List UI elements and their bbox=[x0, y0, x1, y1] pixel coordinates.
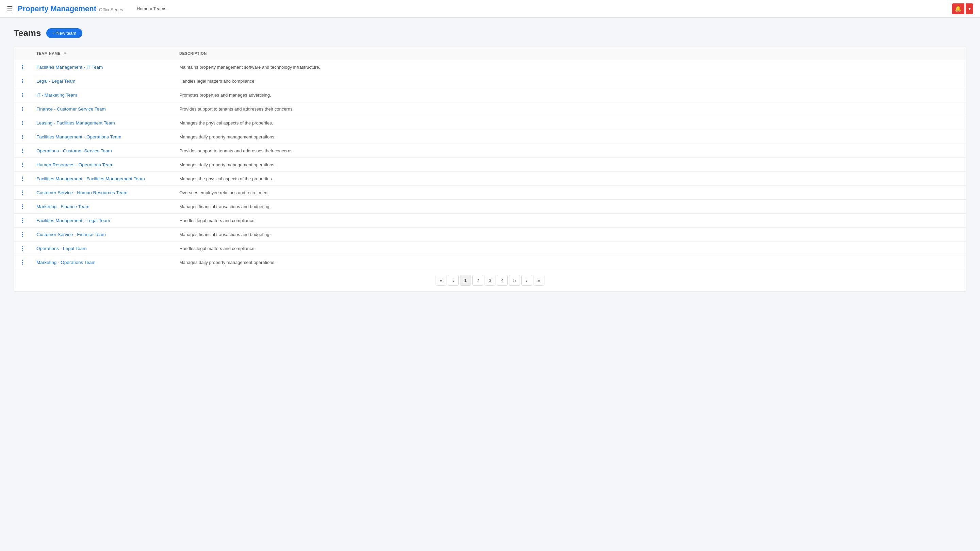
row-team-name-cell: Marketing - Finance Team bbox=[31, 200, 174, 214]
description-text: Handles legal matters and compliance. bbox=[179, 246, 256, 251]
row-description-cell: Handles legal matters and compliance. bbox=[174, 241, 966, 256]
table-row: Operations - Customer Service TeamProvid… bbox=[14, 144, 966, 158]
pagination-last[interactable]: » bbox=[533, 275, 544, 286]
table-row: Facilities Management - Operations TeamM… bbox=[14, 130, 966, 144]
row-team-name-cell: Customer Service - Human Resources Team bbox=[31, 186, 174, 200]
table-row: IT - Marketing TeamPromotes properties a… bbox=[14, 88, 966, 102]
row-actions-cell bbox=[14, 186, 31, 200]
new-team-button[interactable]: + New team bbox=[46, 28, 82, 38]
breadcrumb-home[interactable]: Home bbox=[137, 6, 149, 11]
row-actions-cell bbox=[14, 241, 31, 256]
row-actions-cell bbox=[14, 227, 31, 241]
table-row: Finance - Customer Service TeamProvides … bbox=[14, 102, 966, 116]
hamburger-icon[interactable]: ☰ bbox=[7, 5, 13, 13]
row-menu-icon[interactable] bbox=[19, 121, 25, 125]
row-team-name-cell: Leasing - Facilities Management Team bbox=[31, 116, 174, 130]
bell-button[interactable]: 🔔 bbox=[952, 3, 964, 14]
description-text: Manages financial transactions and budge… bbox=[179, 232, 270, 237]
row-menu-icon[interactable] bbox=[19, 218, 25, 223]
team-name-link[interactable]: Leasing - Facilities Management Team bbox=[37, 121, 115, 125]
table-row: Customer Service - Finance TeamManages f… bbox=[14, 227, 966, 241]
table-row: Operations - Legal TeamHandles legal mat… bbox=[14, 241, 966, 256]
navbar-dropdown-button[interactable]: ▼ bbox=[966, 3, 973, 14]
row-menu-icon[interactable] bbox=[19, 149, 25, 153]
row-menu-icon[interactable] bbox=[19, 191, 25, 195]
row-menu-icon[interactable] bbox=[19, 93, 25, 97]
row-team-name-cell: Human Resources - Operations Team bbox=[31, 158, 174, 172]
team-name-link[interactable]: Customer Service - Finance Team bbox=[37, 232, 106, 237]
row-description-cell: Manages financial transactions and budge… bbox=[174, 200, 966, 214]
row-menu-icon[interactable] bbox=[19, 260, 25, 265]
team-name-link[interactable]: Facilities Management - Operations Team bbox=[37, 134, 121, 140]
table-row: Facilities Management - Facilities Manag… bbox=[14, 172, 966, 186]
table-body: Facilities Management - IT TeamMaintains… bbox=[14, 60, 966, 269]
team-name-link[interactable]: Finance - Customer Service Team bbox=[37, 106, 106, 111]
row-actions-cell bbox=[14, 200, 31, 214]
table-row: Legal - Legal TeamHandles legal matters … bbox=[14, 74, 966, 88]
team-name-link[interactable]: Customer Service - Human Resources Team bbox=[37, 190, 127, 195]
row-team-name-cell: Marketing - Operations Team bbox=[31, 256, 174, 269]
team-name-link[interactable]: Human Resources - Operations Team bbox=[37, 162, 113, 167]
description-text: Handles legal matters and compliance. bbox=[179, 218, 256, 223]
pagination-first[interactable]: « bbox=[436, 275, 447, 286]
pagination-next[interactable]: › bbox=[521, 275, 532, 286]
table-row: Human Resources - Operations TeamManages… bbox=[14, 158, 966, 172]
row-menu-icon[interactable] bbox=[19, 65, 25, 69]
row-description-cell: Handles legal matters and compliance. bbox=[174, 74, 966, 88]
row-description-cell: Manages daily property management operat… bbox=[174, 158, 966, 172]
team-name-link[interactable]: Operations - Customer Service Team bbox=[37, 148, 112, 153]
team-name-link[interactable]: IT - Marketing Team bbox=[37, 92, 77, 98]
description-text: Oversees employee relations and recruitm… bbox=[179, 190, 270, 195]
pagination: « ‹ 1 2 3 4 5 › » bbox=[14, 269, 966, 291]
pagination-page-4[interactable]: 4 bbox=[497, 275, 508, 286]
team-name-link[interactable]: Marketing - Operations Team bbox=[37, 260, 95, 265]
page-title: Teams bbox=[14, 28, 41, 38]
pagination-page-5[interactable]: 5 bbox=[509, 275, 520, 286]
row-team-name-cell: Facilities Management - Operations Team bbox=[31, 130, 174, 144]
teams-table: TEAM NAME ▿ DESCRIPTION Facilities Manag… bbox=[14, 47, 966, 269]
row-team-name-cell: IT - Marketing Team bbox=[31, 88, 174, 102]
pagination-prev[interactable]: ‹ bbox=[448, 275, 459, 286]
row-menu-icon[interactable] bbox=[19, 163, 25, 167]
row-menu-icon[interactable] bbox=[19, 232, 25, 237]
team-name-link[interactable]: Facilities Management - Facilities Manag… bbox=[37, 176, 145, 181]
brand-subtitle: OfficeSeries bbox=[99, 7, 123, 12]
row-menu-icon[interactable] bbox=[19, 79, 25, 83]
row-description-cell: Oversees employee relations and recruitm… bbox=[174, 186, 966, 200]
col-actions-header bbox=[14, 47, 31, 60]
row-menu-icon[interactable] bbox=[19, 135, 25, 139]
page-content: Teams + New team TEAM NAME ▿ DESCRIPTION… bbox=[0, 18, 980, 302]
row-menu-icon[interactable] bbox=[19, 246, 25, 251]
pagination-page-1[interactable]: 1 bbox=[460, 275, 471, 286]
team-name-link[interactable]: Facilities Management - IT Team bbox=[37, 65, 103, 70]
row-menu-icon[interactable] bbox=[19, 176, 25, 181]
breadcrumb-current: Teams bbox=[153, 6, 166, 11]
row-actions-cell bbox=[14, 74, 31, 88]
row-team-name-cell: Facilities Management - Facilities Manag… bbox=[31, 172, 174, 186]
row-menu-icon[interactable] bbox=[19, 107, 25, 111]
row-description-cell: Manages the physical aspects of the prop… bbox=[174, 116, 966, 130]
row-description-cell: Manages daily property management operat… bbox=[174, 130, 966, 144]
row-menu-icon[interactable] bbox=[19, 205, 25, 209]
description-text: Promotes properties and manages advertis… bbox=[179, 92, 271, 98]
row-actions-cell bbox=[14, 144, 31, 158]
row-description-cell: Manages the physical aspects of the prop… bbox=[174, 172, 966, 186]
breadcrumb-separator: » bbox=[150, 6, 152, 11]
row-team-name-cell: Facilities Management - IT Team bbox=[31, 60, 174, 74]
row-description-cell: Maintains property management software a… bbox=[174, 60, 966, 74]
description-text: Manages daily property management operat… bbox=[179, 260, 275, 265]
navbar-actions: 🔔 ▼ bbox=[952, 3, 973, 14]
team-name-link[interactable]: Operations - Legal Team bbox=[37, 246, 87, 251]
pagination-page-2[interactable]: 2 bbox=[472, 275, 483, 286]
col-team-name-header: TEAM NAME ▿ bbox=[31, 47, 174, 60]
row-description-cell: Promotes properties and manages advertis… bbox=[174, 88, 966, 102]
col-description-header: DESCRIPTION bbox=[174, 47, 966, 60]
row-actions-cell bbox=[14, 158, 31, 172]
row-team-name-cell: Operations - Customer Service Team bbox=[31, 144, 174, 158]
team-name-link[interactable]: Legal - Legal Team bbox=[37, 79, 76, 84]
team-name-link[interactable]: Facilities Management - Legal Team bbox=[37, 218, 110, 223]
filter-icon[interactable]: ▿ bbox=[64, 51, 66, 56]
team-name-link[interactable]: Marketing - Finance Team bbox=[37, 204, 89, 209]
row-actions-cell bbox=[14, 88, 31, 102]
pagination-page-3[interactable]: 3 bbox=[485, 275, 495, 286]
